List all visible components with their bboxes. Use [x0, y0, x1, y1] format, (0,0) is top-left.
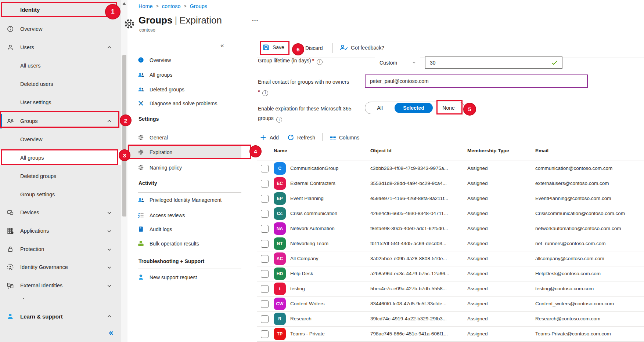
nav-item-bulk-results[interactable]: Bulk operation results: [127, 237, 241, 250]
sidebar-item-groups-overview[interactable]: Overview: [0, 132, 121, 147]
tools-icon: [138, 100, 144, 106]
nav-item-general[interactable]: General: [127, 131, 241, 144]
sidebar-item-devices[interactable]: Devices: [0, 205, 121, 220]
group-name-cell: Help Desk: [290, 266, 313, 281]
sidebar-item-groups[interactable]: Groups: [0, 114, 121, 128]
row-checkbox[interactable]: [261, 300, 269, 308]
sidebar-item-applications[interactable]: Applications: [0, 223, 121, 238]
sidebar-item-group-settings[interactable]: Group settings: [0, 187, 121, 202]
columns-button[interactable]: Columns: [330, 134, 359, 141]
nav-item-deleted-groups[interactable]: Deleted groups: [127, 83, 241, 96]
sidebar-scrollbar[interactable]: [121, 0, 127, 342]
email-contact-input[interactable]: [365, 74, 588, 88]
sidebar-item-user-settings[interactable]: User settings: [0, 95, 121, 110]
sidebar-item-external-identities[interactable]: External Identities: [0, 278, 121, 293]
column-header-membership[interactable]: Membership Type: [467, 148, 509, 153]
annotation-step-4: 4: [249, 145, 262, 157]
toggle-option-all[interactable]: All: [365, 102, 395, 114]
group-email-cell: networkautomation@contoso.com.com: [535, 221, 621, 236]
breadcrumb-separator-icon: >: [156, 4, 159, 9]
sidebar-item-users[interactable]: Users: [0, 40, 121, 55]
row-checkbox[interactable]: [261, 210, 269, 218]
scrollbar-up-arrow-icon[interactable]: [122, 2, 126, 5]
group-membership-cell: Assigned: [467, 251, 488, 266]
row-checkbox[interactable]: [261, 165, 269, 172]
column-header-name[interactable]: Name: [274, 148, 287, 153]
chevron-up-icon[interactable]: [107, 45, 112, 50]
row-checkbox[interactable]: [261, 180, 269, 188]
plus-icon: [260, 134, 267, 141]
info-icon[interactable]: [262, 90, 268, 96]
lifetime-days-input[interactable]: [425, 57, 562, 69]
add-button[interactable]: Add: [260, 134, 279, 141]
chevron-down-icon[interactable]: [107, 247, 112, 252]
info-icon[interactable]: [276, 117, 282, 123]
chevron-down-icon[interactable]: [107, 265, 112, 270]
row-checkbox[interactable]: [261, 255, 269, 263]
table-row[interactable]: HD Help Desk a2b8a96d-ec3c-4479-b75c-12a…: [257, 266, 644, 281]
breadcrumb-groups[interactable]: Groups: [190, 3, 208, 9]
table-row[interactable]: EP Event Planning e59ae971-4166-426f-88f…: [257, 191, 644, 206]
toggle-option-none[interactable]: None: [433, 102, 464, 114]
lifetime-dropdown[interactable]: Custom: [375, 57, 420, 68]
nav-item-access-reviews[interactable]: Access reviews: [127, 208, 241, 222]
more-icon[interactable]: ...: [252, 15, 258, 23]
row-checkbox[interactable]: [261, 285, 269, 293]
save-button[interactable]: Save: [262, 44, 284, 51]
sidebar-collapse-icon[interactable]: «: [109, 328, 113, 338]
row-checkbox[interactable]: [261, 270, 269, 278]
chevron-down-icon[interactable]: [107, 229, 112, 233]
nav-item-new-support-request[interactable]: New support request: [127, 270, 241, 284]
group-avatar: AC: [274, 252, 286, 265]
table-row[interactable]: AC All Company 3a025bce-e09b-4a28-8808-5…: [257, 251, 644, 266]
table-row[interactable]: t testing 5bec4e7c-e09a-427b-b7db-5558..…: [257, 281, 644, 296]
chevron-up-icon[interactable]: [107, 314, 112, 319]
nav-item-audit-logs[interactable]: Audit logs: [127, 222, 241, 236]
group-objectid-cell: 39fcd74c-4919-4a22-b329-29fb3...: [370, 312, 447, 326]
refresh-button[interactable]: Refresh: [287, 134, 315, 141]
nav-item-naming-policy[interactable]: Naming policy: [127, 161, 241, 174]
row-checkbox[interactable]: [261, 330, 269, 338]
nav-item-diagnose[interactable]: Diagnose and solve problems: [127, 97, 241, 110]
nav-item-all-groups[interactable]: All groups: [127, 68, 241, 81]
table-row[interactable]: NA Network Automation f8efae98-30cb-40e0…: [257, 221, 644, 236]
scrollbar-thumb[interactable]: [122, 55, 126, 217]
chevron-down-icon[interactable]: [107, 210, 112, 215]
sidebar-item-identity[interactable]: Identity: [0, 2, 121, 17]
nav-divider: [138, 269, 241, 269]
breadcrumb-contoso[interactable]: contoso: [162, 3, 181, 9]
table-row[interactable]: Cc Crisis communication 426e4cf6-6605-49…: [257, 206, 644, 221]
column-header-objectid[interactable]: Object Id: [370, 148, 392, 153]
valid-check-icon: [551, 60, 558, 65]
chevron-down-icon[interactable]: [107, 283, 112, 288]
discard-button[interactable]: Discard: [305, 45, 323, 51]
sidebar-item-all-groups[interactable]: All groups: [0, 150, 121, 165]
sidebar-item-all-users[interactable]: All users: [0, 58, 121, 73]
table-row[interactable]: C CommunicationGroup c3bbb263-4f08-47c9-…: [257, 161, 644, 176]
nav-item-expiration[interactable]: Expiration: [127, 145, 241, 159]
info-icon[interactable]: [317, 59, 323, 65]
row-checkbox[interactable]: [261, 195, 269, 203]
table-row[interactable]: EC External Contracters 3553d1d8-28dd-4a…: [257, 176, 644, 191]
sidebar-item-deleted-groups[interactable]: Deleted groups: [0, 169, 121, 183]
feedback-button[interactable]: Got feedback?: [339, 44, 384, 51]
sidebar-item-protection[interactable]: Protection: [0, 242, 121, 256]
sidebar-item-identity-governance[interactable]: Identity Governance: [0, 260, 121, 274]
nav-item-overview[interactable]: Overview: [127, 53, 241, 67]
toggle-option-selected[interactable]: Selected: [395, 103, 433, 113]
table-row[interactable]: CW Content Writers 834460f0-fc08-47d5-9c…: [257, 296, 644, 312]
table-row[interactable]: NT Networking Team fb1152df-5f4f-44d5-ac…: [257, 236, 644, 251]
breadcrumb-home[interactable]: Home: [138, 3, 153, 9]
row-checkbox[interactable]: [261, 225, 269, 233]
table-row[interactable]: R Research 39fcd74c-4919-4a22-b329-29fb3…: [257, 312, 644, 327]
table-row[interactable]: TP Teams - Private 798ac745-866c-451c-94…: [257, 327, 644, 342]
chevron-up-icon[interactable]: [107, 119, 112, 124]
nav-item-pim[interactable]: Privileged Identity Management: [127, 193, 241, 207]
column-header-email[interactable]: Email: [535, 148, 548, 153]
blade-collapse-icon[interactable]: «: [220, 42, 224, 49]
row-checkbox[interactable]: [261, 240, 269, 248]
sidebar-item-overview[interactable]: Overview: [0, 22, 121, 36]
sidebar-item-learn-support[interactable]: Learn & support: [0, 309, 121, 324]
row-checkbox[interactable]: [261, 315, 269, 323]
sidebar-item-deleted-users[interactable]: Deleted users: [0, 77, 121, 91]
